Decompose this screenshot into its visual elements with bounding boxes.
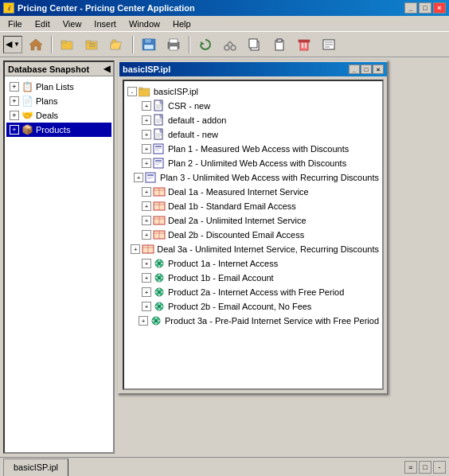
node-expand-10[interactable]: + <box>142 230 151 240</box>
tree-node-7[interactable]: + Deal 1a - Measured Internet Service <box>127 185 379 199</box>
menu-file[interactable]: File <box>3 18 27 29</box>
svg-rect-9 <box>145 39 151 43</box>
title-bar-buttons[interactable]: _ □ × <box>404 2 446 14</box>
products-expand[interactable]: + <box>10 125 19 135</box>
menu-insert[interactable]: Insert <box>89 18 121 29</box>
tree-node-12[interactable]: + Product 1a - Internet Access <box>127 256 379 271</box>
node-expand-12[interactable]: + <box>142 259 151 268</box>
tree-node-16[interactable]: + Product 3a - Pre-Paid Internet Service… <box>127 314 379 328</box>
tree-node-14[interactable]: + Product 2a - Internet Access with Free… <box>127 285 379 299</box>
node-expand-16[interactable]: + <box>139 316 148 326</box>
tree-node-9[interactable]: + Deal 2a - Unlimited Internet Service <box>127 213 379 228</box>
tree-node-11[interactable]: + Deal 3a - Unlimited Internet Service, … <box>127 242 379 256</box>
inner-title-buttons[interactable]: _ □ × <box>349 64 384 74</box>
node-expand-11[interactable]: + <box>131 244 140 254</box>
node-expand-14[interactable]: + <box>142 287 151 297</box>
status-tab-basicISP[interactable]: basicISP.ipl <box>3 458 68 476</box>
svg-rect-59 <box>147 178 151 179</box>
node-icon-12 <box>153 257 166 270</box>
node-expand-6[interactable]: + <box>134 173 143 182</box>
status-btn-2[interactable]: □ <box>419 461 431 474</box>
delete-icon <box>297 38 311 51</box>
menu-view[interactable]: View <box>58 18 87 29</box>
node-label-5: Plan 2 - Unlimited Web Access with Disco… <box>168 158 346 168</box>
node-expand-1[interactable]: + <box>142 101 151 111</box>
properties-icon <box>322 38 336 51</box>
print-icon <box>166 38 181 51</box>
inner-minimize-button[interactable]: _ <box>349 64 360 74</box>
node-icon-14 <box>153 286 166 298</box>
svg-line-18 <box>230 41 233 45</box>
delete-button[interactable] <box>293 34 315 55</box>
tree-node-10[interactable]: + Deal 2b - Discounted Email Access <box>127 228 379 242</box>
open-button-1[interactable] <box>57 34 79 55</box>
node-expand-2[interactable]: + <box>142 115 151 125</box>
node-expand-0[interactable]: - <box>127 87 137 96</box>
node-expand-5[interactable]: + <box>142 158 151 168</box>
restore-button[interactable]: □ <box>419 2 431 14</box>
sidebar-item-deals[interactable]: + 🤝 Deals <box>6 108 111 123</box>
tree-node-8[interactable]: + Deal 1b - Standard Email Access <box>127 199 379 213</box>
planlists-expand[interactable]: + <box>10 82 19 92</box>
copy-icon <box>248 38 262 51</box>
home-button[interactable] <box>25 34 47 55</box>
node-label-3: default - new <box>168 130 218 139</box>
node-icon-8 <box>153 200 166 213</box>
tree-node-4[interactable]: + Plan 1 - Measured Web Access with Disc… <box>127 142 379 156</box>
svg-point-100 <box>154 319 158 322</box>
node-expand-7[interactable]: + <box>142 187 151 197</box>
deals-expand[interactable]: + <box>10 111 19 120</box>
node-label-14: Product 2a - Internet Access with Free P… <box>168 287 344 297</box>
minimize-button[interactable]: _ <box>404 2 417 14</box>
node-expand-15[interactable]: + <box>142 302 151 311</box>
save-icon <box>142 38 156 51</box>
node-expand-4[interactable]: + <box>142 144 151 154</box>
save-button[interactable] <box>138 34 160 55</box>
svg-point-82 <box>158 276 161 279</box>
sidebar-item-plans[interactable]: + 📄 Plans <box>6 94 111 108</box>
plans-icon: 📄 <box>21 95 33 107</box>
inner-restore-button[interactable]: □ <box>361 64 372 74</box>
close-button[interactable]: × <box>433 2 446 14</box>
plans-expand[interactable]: + <box>10 96 19 106</box>
tree-node-2[interactable]: + default - addon <box>127 113 379 127</box>
status-btn-3[interactable]: - <box>433 461 446 474</box>
menu-window[interactable]: Window <box>124 18 165 29</box>
tree-node-3[interactable]: + default - new <box>127 127 379 142</box>
paste-button[interactable] <box>268 34 291 55</box>
open-button-3[interactable] <box>106 34 128 55</box>
tree-node-6[interactable]: + Plan 3 - Unlimited Web Access with Rec… <box>127 170 379 185</box>
node-expand-8[interactable]: + <box>142 201 151 211</box>
node-expand-9[interactable]: + <box>142 216 151 225</box>
node-expand-13[interactable]: + <box>142 273 151 283</box>
properties-button[interactable] <box>318 34 340 55</box>
menu-edit[interactable]: Edit <box>30 18 55 29</box>
tree-node-5[interactable]: + Plan 2 - Unlimited Web Access with Dis… <box>127 156 379 170</box>
tree-node-13[interactable]: + Product 1b - Email Account <box>127 271 379 285</box>
print-button[interactable] <box>162 34 185 55</box>
toolbar-sep-1 <box>51 36 53 53</box>
svg-rect-49 <box>155 146 162 147</box>
sidebar-collapse-icon[interactable]: ◀ <box>103 64 110 74</box>
tree-node-0[interactable]: - basicISP.ipl <box>127 84 379 99</box>
inner-close-button[interactable]: × <box>373 64 384 74</box>
tree-node-1[interactable]: + CSR - new <box>127 99 379 113</box>
tree-node-15[interactable]: + Product 2b - Email Account, No Fees <box>127 299 379 314</box>
menu-help[interactable]: Help <box>168 18 196 29</box>
sidebar-item-planlists[interactable]: + 📋 Plan Lists <box>6 80 111 94</box>
svg-point-16 <box>231 45 236 50</box>
copy-button[interactable] <box>244 34 266 55</box>
scissors-icon <box>223 38 237 51</box>
products-label: Products <box>36 125 70 135</box>
folder-icon-1 <box>61 38 75 51</box>
svg-point-88 <box>158 291 161 294</box>
inner-tree-view: - basicISP.ipl + CSR - new + default - a… <box>123 80 384 390</box>
sidebar-item-products[interactable]: + 📦 Products <box>6 123 111 137</box>
cut-button[interactable] <box>219 34 241 55</box>
status-btn-1[interactable]: = <box>404 461 417 474</box>
nav-dropdown[interactable]: ◀ ▼ <box>3 36 22 53</box>
node-icon-5 <box>153 157 166 170</box>
refresh-button[interactable] <box>194 34 217 55</box>
open-button-2[interactable] <box>81 34 103 55</box>
node-expand-3[interactable]: + <box>142 130 151 139</box>
